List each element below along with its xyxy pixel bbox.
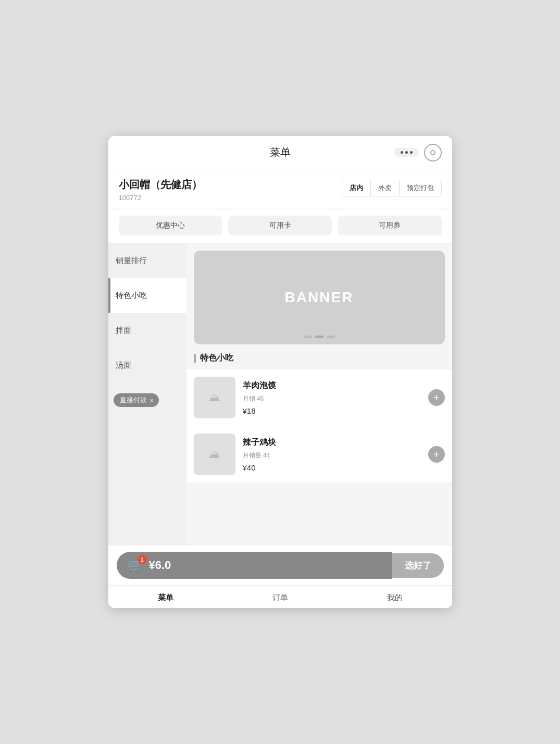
section-title: 特色小吃 <box>186 344 452 369</box>
banner-dot-1 <box>304 336 312 338</box>
nav-item-mine[interactable]: 我的 <box>338 593 452 603</box>
section-title-bar <box>194 354 196 363</box>
sidebar-item-noodles-soup[interactable]: 汤面 <box>108 348 186 383</box>
section-title-text: 特色小吃 <box>200 353 233 364</box>
direct-payment-tag[interactable]: 直接付款 × <box>114 393 159 407</box>
menu-item-info-0: 羊肉泡馍 月销 46 ¥18 <box>243 380 421 415</box>
cart-price: ¥6.0 <box>149 559 171 572</box>
header: 菜单 <box>108 136 452 169</box>
store-info: 小回帽（先健店） 100772 店内 外卖 预定打包 <box>108 169 452 208</box>
menu-item-sales-1: 月销量 44 <box>243 451 421 460</box>
content-area: BANNER 特色小吃 ⛰ 羊肉泡馍 月销 46 <box>186 243 452 545</box>
menu-item-name-1: 辣子鸡块 <box>243 437 421 448</box>
order-type-tab-delivery[interactable]: 外卖 <box>371 180 400 196</box>
menu-item-0: ⛰ 羊肉泡馍 月销 46 ¥18 + <box>186 369 452 426</box>
add-button-1[interactable]: + <box>428 446 445 463</box>
available-card-button[interactable]: 可用卡 <box>228 216 332 235</box>
header-icons <box>394 144 442 162</box>
sidebar-item-sales-rank[interactable]: 销量排行 <box>108 243 186 278</box>
menu-item-img-0: ⛰ <box>194 377 235 418</box>
nav-item-orders[interactable]: 订单 <box>223 593 338 603</box>
menu-item-sales-0: 月销 46 <box>243 394 421 403</box>
store-id: 100772 <box>119 194 202 202</box>
dot3 <box>410 151 413 154</box>
menu-item-price-1: ¥40 <box>243 463 421 472</box>
menu-item-1: ⛰ 辣子鸡块 月销量 44 ¥40 + <box>186 426 452 482</box>
banner-dots <box>304 336 335 338</box>
cart-bar: 🛒 1 ¥6.0 选好了 <box>108 545 452 585</box>
bottom-nav: 菜单 订单 我的 <box>108 585 452 608</box>
action-buttons: 优惠中心 可用卡 可用券 <box>108 208 452 243</box>
target-icon[interactable] <box>424 144 442 162</box>
order-type-tab-dine-in[interactable]: 店内 <box>342 180 371 196</box>
sidebar-item-special-snacks[interactable]: 特色小吃 <box>108 278 186 313</box>
sidebar-tag-label: 直接付款 <box>120 395 147 405</box>
menu-item-name-0: 羊肉泡馍 <box>243 380 421 391</box>
sidebar: 销量排行 特色小吃 拌面 汤面 直接付款 × <box>108 243 186 545</box>
sidebar-item-noodles-mixed[interactable]: 拌面 <box>108 313 186 348</box>
main-content: 销量排行 特色小吃 拌面 汤面 直接付款 × BANNER <box>108 243 452 545</box>
coupon-center-button[interactable]: 优惠中心 <box>119 216 222 235</box>
dot2 <box>405 151 408 154</box>
cart-icon-wrap: 🛒 1 <box>127 558 143 573</box>
more-options-icon[interactable] <box>394 148 419 157</box>
nav-item-menu[interactable]: 菜单 <box>108 593 223 603</box>
order-type-tabs: 店内 外卖 预定打包 <box>342 180 442 196</box>
menu-item-price-0: ¥18 <box>243 406 421 415</box>
banner-dot-3 <box>327 336 335 338</box>
cart-left[interactable]: 🛒 1 ¥6.0 <box>117 552 392 579</box>
order-type-tab-preorder[interactable]: 预定打包 <box>400 180 441 196</box>
image-placeholder-icon-1: ⛰ <box>209 448 220 461</box>
add-button-0[interactable]: + <box>428 389 445 406</box>
dot1 <box>401 151 403 154</box>
image-placeholder-icon-0: ⛰ <box>209 391 220 404</box>
banner-dot-2 <box>315 336 323 338</box>
menu-item-info-1: 辣子鸡块 月销量 44 ¥40 <box>243 437 421 472</box>
header-title: 菜单 <box>270 145 291 159</box>
banner-text: BANNER <box>285 289 354 306</box>
store-details: 小回帽（先健店） 100772 <box>119 178 202 202</box>
phone-frame: 菜单 小回帽（先健店） 100772 店内 外卖 预定打包 优惠中心 可用卡 可… <box>108 136 452 608</box>
store-name: 小回帽（先健店） <box>119 178 202 192</box>
available-voucher-button[interactable]: 可用券 <box>338 216 442 235</box>
sidebar-tag-close-icon[interactable]: × <box>150 396 154 404</box>
target-inner <box>430 150 435 155</box>
confirm-order-button[interactable]: 选好了 <box>392 553 444 578</box>
menu-item-img-1: ⛰ <box>194 433 235 475</box>
cart-badge: 1 <box>138 555 147 564</box>
banner: BANNER <box>194 251 445 344</box>
